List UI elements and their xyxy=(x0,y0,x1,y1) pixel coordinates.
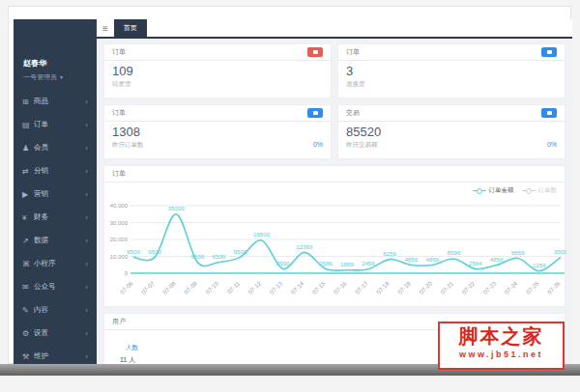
sidebar-item-marketing[interactable]: ▶营销‹ xyxy=(14,182,97,206)
badge-glyph xyxy=(313,111,318,115)
stat-card-percent: 0% xyxy=(313,141,323,148)
watermark-title: 脚本之家 xyxy=(440,323,563,349)
main-content: 订单109待发货订单3退换货 订单1308昨日订单数0%交易85520昨日交易额… xyxy=(97,39,572,364)
user-section-title: 用户 xyxy=(112,314,126,329)
stat-card-subtitle: 昨日交易额 xyxy=(346,141,557,150)
svg-text:07-22: 07-22 xyxy=(460,279,477,295)
svg-text:9500: 9500 xyxy=(234,248,247,255)
svg-text:9500: 9500 xyxy=(554,248,566,255)
order-chart-title: 订单 xyxy=(112,166,126,182)
badge-glyph xyxy=(547,111,552,115)
sidebar-item-miniprogram[interactable]: ⌘小程序‹ xyxy=(14,252,97,275)
svg-text:07-10: 07-10 xyxy=(204,279,220,295)
sidebar-item-settings[interactable]: ⚙设置‹ xyxy=(14,322,97,345)
stat-card-badge-icon[interactable] xyxy=(541,47,557,57)
svg-text:2590: 2590 xyxy=(276,260,290,266)
sidebar-user-block[interactable]: 赵春华 一号管理员▼ xyxy=(14,19,97,90)
svg-text:6500: 6500 xyxy=(190,253,204,260)
svg-text:20,000: 20,000 xyxy=(110,237,129,242)
chevron-icon: ‹ xyxy=(85,352,88,361)
user-role[interactable]: 一号管理员▼ xyxy=(23,72,87,82)
chart-legend: 订单金额订单数 xyxy=(473,186,558,195)
chevron-icon: ‹ xyxy=(85,98,88,106)
svg-text:07-08: 07-08 xyxy=(161,279,178,295)
svg-text:8596: 8596 xyxy=(448,249,461,256)
sidebar-item-data[interactable]: ↗数据‹ xyxy=(14,229,97,252)
chevron-icon: ‹ xyxy=(85,190,88,199)
svg-text:2586: 2586 xyxy=(319,260,333,266)
data-icon: ↗ xyxy=(22,237,34,245)
sidebar-item-label: 订单 xyxy=(34,120,85,129)
sidebar-item-label: 公众号 xyxy=(34,282,85,292)
stat-card-body: 3退换货 xyxy=(338,61,565,91)
stat-card-value: 109 xyxy=(112,65,323,79)
stat-card: 订单3退换货 xyxy=(337,43,566,98)
stat-card-title: 订单 xyxy=(112,105,126,121)
svg-text:1254: 1254 xyxy=(533,262,546,268)
sidebar-item-label: 设置 xyxy=(34,328,85,338)
svg-text:07-19: 07-19 xyxy=(396,279,413,295)
sidebar-item-finance[interactable]: ¥财务‹ xyxy=(14,206,97,229)
stat-card-body: 1308昨日订单数0% xyxy=(104,122,331,152)
sidebar-item-goods[interactable]: ⊞商品‹ xyxy=(14,90,97,113)
stat-card-header: 交易 xyxy=(338,105,565,122)
official-account-icon: ✉ xyxy=(22,283,34,292)
svg-text:4869: 4869 xyxy=(426,256,440,263)
tab-home[interactable]: 首页 xyxy=(114,19,147,37)
order-chart-card: 订单 订单金额订单数 010,00020,00030,00040,0009500… xyxy=(103,165,566,307)
goods-icon: ⊞ xyxy=(22,98,34,106)
stat-card-badge-icon[interactable] xyxy=(307,108,323,118)
svg-text:2584: 2584 xyxy=(469,260,482,266)
legend-item-active[interactable]: 订单金额 xyxy=(473,186,514,195)
chevron-icon: ‹ xyxy=(85,329,88,338)
sidebar-item-label: 营销 xyxy=(34,189,85,199)
finance-icon: ¥ xyxy=(22,213,34,222)
stat-card-title: 订单 xyxy=(112,44,126,60)
user-name: 赵春华 xyxy=(23,58,87,69)
stat-card-value: 1308 xyxy=(112,126,323,140)
stat-cards-row-1: 订单109待发货订单3退换货 xyxy=(103,43,566,98)
svg-text:07-26: 07-26 xyxy=(546,279,563,295)
sidebar-item-official_account[interactable]: ✉公众号‹ xyxy=(14,275,97,298)
svg-text:07-07: 07-07 xyxy=(140,279,157,295)
sidebar-item-label: 小程序 xyxy=(34,259,85,268)
stat-card-badge-icon[interactable] xyxy=(307,47,323,57)
stat-card-header: 订单 xyxy=(338,44,565,61)
chevron-icon: ‹ xyxy=(85,213,88,222)
sidebar-item-label: 内容 xyxy=(34,305,85,315)
svg-text:07-06: 07-06 xyxy=(119,279,135,295)
sidebar-item-label: 维护 xyxy=(34,351,85,361)
order-chart-header: 订单 xyxy=(104,166,565,182)
chevron-icon: ‹ xyxy=(85,167,88,176)
sidebar-item-maintenance[interactable]: ⚒维护‹ xyxy=(14,345,97,364)
maintenance-icon: ⚒ xyxy=(22,352,34,361)
svg-text:07-23: 07-23 xyxy=(481,279,498,295)
chevron-icon: ‹ xyxy=(85,283,88,292)
marketing-icon: ▶ xyxy=(22,190,34,199)
stat-card-header: 订单 xyxy=(104,44,331,61)
sidebar-item-distribution[interactable]: ⇄分销‹ xyxy=(14,159,97,182)
stat-card-body: 109待发货 xyxy=(104,61,331,91)
svg-text:0: 0 xyxy=(125,270,129,276)
svg-text:07-11: 07-11 xyxy=(225,279,241,294)
svg-text:40,000: 40,000 xyxy=(110,203,129,209)
miniprogram-icon: ⌘ xyxy=(22,260,34,268)
legend-item-inactive[interactable]: 订单数 xyxy=(522,186,558,195)
sidebar-item-label: 财务 xyxy=(34,212,85,222)
watermark: 脚本之家 www.jb51.net xyxy=(438,322,565,370)
sidebar: 赵春华 一号管理员▼ ⊞商品‹▤订单‹♟会员‹⇄分销‹▶营销‹¥财务‹↗数据‹⌘… xyxy=(14,19,97,364)
chevron-icon: ‹ xyxy=(85,237,88,245)
sidebar-item-members[interactable]: ♟会员‹ xyxy=(14,136,97,159)
svg-text:07-25: 07-25 xyxy=(524,279,540,295)
hamburger-icon[interactable]: ≡ xyxy=(97,23,114,34)
svg-text:07-14: 07-14 xyxy=(289,279,305,295)
chevron-icon: ‹ xyxy=(85,306,88,315)
sidebar-item-orders[interactable]: ▤订单‹ xyxy=(14,113,97,136)
stat-card-badge-icon[interactable] xyxy=(541,108,557,118)
svg-text:12369: 12369 xyxy=(296,243,313,250)
sidebar-item-content[interactable]: ✎内容‹ xyxy=(14,298,97,322)
distribution-icon: ⇄ xyxy=(22,167,34,176)
svg-text:8256: 8256 xyxy=(383,250,396,257)
order-line-chart: 010,00020,00030,00040,000950007-06950007… xyxy=(104,196,566,306)
members-icon: ♟ xyxy=(22,144,34,153)
